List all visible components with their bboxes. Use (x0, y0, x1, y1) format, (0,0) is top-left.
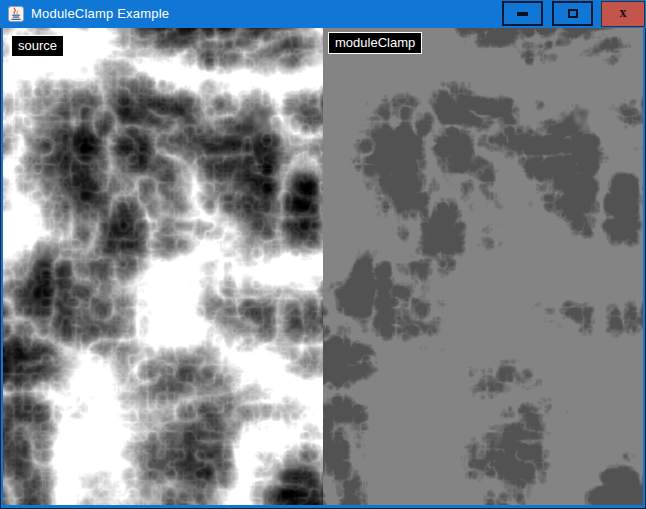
render-area: source moduleClamp (3, 28, 643, 505)
java-coffee-cup-icon (8, 6, 24, 22)
app-window: ModuleClamp Example x source moduleClamp (0, 0, 646, 509)
maximize-button[interactable] (552, 1, 593, 26)
maximize-icon (568, 9, 578, 18)
minimize-button[interactable] (502, 1, 543, 26)
close-icon: x (620, 6, 627, 20)
source-panel: source (3, 28, 323, 505)
window-title: ModuleClamp Example (31, 0, 169, 28)
moduleclamp-noise-image (323, 28, 643, 505)
minimize-icon (517, 12, 528, 16)
source-noise-image (3, 28, 323, 505)
moduleclamp-panel: moduleClamp (323, 28, 643, 505)
source-label: source (11, 35, 64, 57)
close-button[interactable]: x (601, 1, 645, 27)
moduleclamp-label: moduleClamp (328, 32, 422, 54)
titlebar[interactable]: ModuleClamp Example x (0, 0, 646, 28)
